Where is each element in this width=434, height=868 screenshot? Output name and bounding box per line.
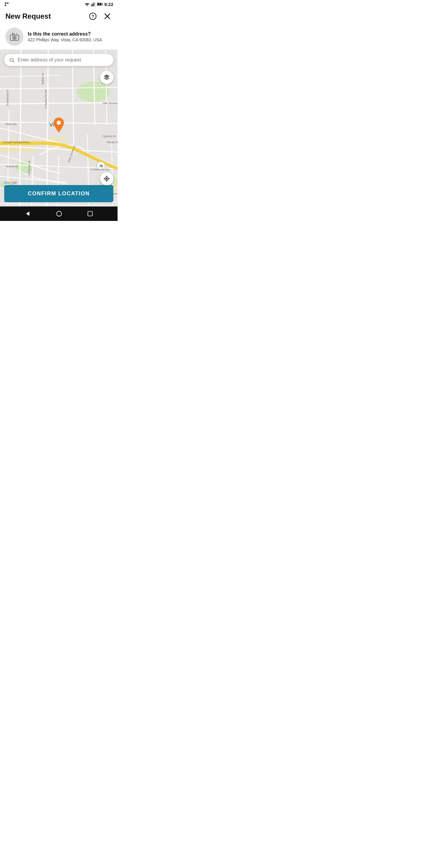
wifi-icon <box>84 2 90 6</box>
svg-rect-2 <box>5 4 6 6</box>
svg-text:Monte Vista: Monte Vista <box>107 141 118 144</box>
svg-text:Olive Ave: Olive Ave <box>5 123 17 126</box>
home-icon <box>56 210 62 217</box>
address-detail: 422 Phillips Way, Vista, CA 92083, USA <box>28 37 102 42</box>
svg-rect-22 <box>16 34 18 35</box>
svg-rect-5 <box>93 3 94 6</box>
svg-point-82 <box>57 211 62 216</box>
svg-point-24 <box>77 82 110 102</box>
search-icon <box>9 57 14 63</box>
bottom-nav <box>0 207 118 221</box>
svg-rect-8 <box>102 4 102 5</box>
address-question: Is this the correct address? <box>28 31 102 37</box>
header-icons: ? <box>88 11 112 21</box>
time-display: 9:22 <box>104 2 113 7</box>
recent-button[interactable] <box>87 211 93 217</box>
back-icon <box>24 210 31 217</box>
svg-rect-3 <box>91 4 92 6</box>
layer-toggle-button[interactable] <box>100 71 113 84</box>
svg-marker-81 <box>26 212 30 216</box>
map-location-pin <box>53 117 65 134</box>
back-button[interactable] <box>24 210 31 217</box>
address-search-input[interactable] <box>18 57 108 63</box>
battery-icon <box>97 2 103 6</box>
layers-icon <box>103 74 110 81</box>
svg-text:S Melrose Dr: S Melrose Dr <box>28 160 31 176</box>
svg-text:Bobier Dr: Bobier Dr <box>41 73 44 84</box>
svg-point-18 <box>13 37 16 38</box>
google-logo: Google <box>4 180 17 185</box>
signal-icon <box>91 2 96 6</box>
status-left <box>4 2 9 7</box>
svg-rect-83 <box>88 212 93 216</box>
svg-text:Vale Terrace Dr: Vale Terrace Dr <box>102 101 118 104</box>
svg-rect-1 <box>7 2 8 4</box>
map-container[interactable]: 78 N Melrose Dr N Santa Fe Ave Olive Ave… <box>0 50 118 207</box>
svg-text:Donald Packard Pkwy: Donald Packard Pkwy <box>3 141 30 144</box>
svg-point-74 <box>57 121 61 125</box>
svg-text:Sunset Dr: Sunset Dr <box>6 165 18 168</box>
header: New Request ? <box>0 8 118 24</box>
svg-text:?: ? <box>92 14 94 19</box>
svg-text:Cypress Dr: Cypress Dr <box>102 135 116 138</box>
pin-icon <box>53 117 65 133</box>
notification-icon <box>4 2 9 7</box>
status-right: 9:22 <box>84 2 113 7</box>
recent-icon <box>87 211 93 217</box>
svg-text:78: 78 <box>99 164 103 168</box>
close-icon <box>104 13 111 20</box>
search-bar[interactable] <box>4 54 113 66</box>
page-title: New Request <box>5 12 51 21</box>
svg-marker-72 <box>104 76 110 80</box>
confirm-location-button[interactable]: CONFIRM LOCATION <box>4 185 113 202</box>
camera-avatar <box>5 28 24 46</box>
search-input-wrapper[interactable] <box>4 54 113 66</box>
close-button[interactable] <box>102 11 112 21</box>
help-button[interactable]: ? <box>88 11 98 21</box>
address-info: Is this the correct address? 422 Phillip… <box>28 31 102 42</box>
svg-rect-0 <box>5 2 6 4</box>
my-location-button[interactable] <box>100 172 113 185</box>
svg-text:N Melrose Dr: N Melrose Dr <box>6 90 9 105</box>
status-bar: 9:22 <box>0 0 118 8</box>
svg-line-70 <box>13 61 14 62</box>
svg-rect-6 <box>95 2 95 6</box>
svg-text:N Santa Fe Ave: N Santa Fe Ave <box>44 90 47 108</box>
camera-plus-icon <box>10 33 19 41</box>
svg-rect-4 <box>92 4 93 6</box>
address-banner: Is this the correct address? 422 Phillip… <box>0 24 118 50</box>
help-icon: ? <box>89 12 97 20</box>
svg-text:S Santa Fe Ave: S Santa Fe Ave <box>90 168 109 171</box>
location-target-icon <box>103 175 110 182</box>
svg-point-76 <box>106 178 107 179</box>
home-button[interactable] <box>56 210 62 217</box>
